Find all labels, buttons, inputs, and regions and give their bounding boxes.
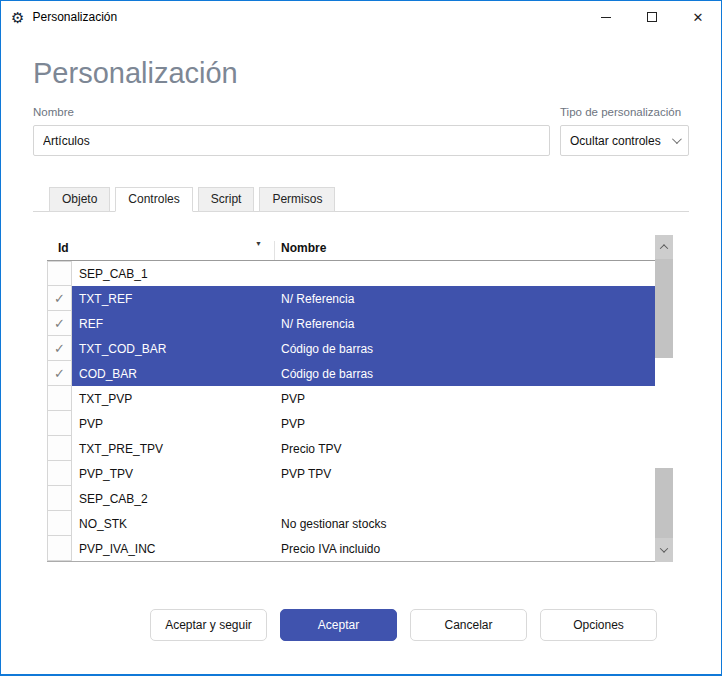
table-row[interactable]: ✓TXT_REFN/ Referencia (47, 286, 655, 311)
sort-desc-icon: ▼ (255, 240, 262, 247)
table-row[interactable]: TXT_PVPPVP (47, 386, 655, 411)
table-row[interactable]: NO_STKNo gestionar stocks (47, 511, 655, 536)
type-select-value: Ocultar controles (570, 134, 661, 148)
controls-grid: Id ▼ Nombre SEP_CAB_1✓TXT_REFN/ Referenc… (47, 235, 655, 562)
cell-id[interactable]: TXT_REF (72, 286, 274, 311)
maximize-button[interactable] (629, 1, 675, 33)
close-icon: ✕ (693, 11, 704, 24)
page-title: Personalización (33, 57, 689, 90)
row-check-cell[interactable] (47, 411, 72, 436)
cell-nombre[interactable]: PVP (274, 411, 655, 436)
chevron-up-icon (660, 244, 668, 252)
accept-continue-button[interactable]: Aceptar y seguir (150, 609, 267, 641)
check-icon: ✓ (54, 292, 65, 305)
row-check-cell[interactable] (47, 261, 72, 286)
cell-nombre[interactable]: Código de barras (274, 361, 655, 386)
table-row[interactable]: SEP_CAB_2 (47, 486, 655, 511)
table-row[interactable]: TXT_PRE_TPVPrecio TPV (47, 436, 655, 461)
column-header-id[interactable]: Id ▼ (47, 235, 274, 260)
options-button[interactable]: Opciones (540, 609, 657, 641)
table-row[interactable]: PVP_IVA_INCPrecio IVA incluido (47, 536, 655, 561)
close-button[interactable]: ✕ (675, 1, 721, 33)
cell-nombre[interactable]: Precio IVA incluido (274, 536, 655, 561)
name-field-group: Nombre (33, 106, 550, 156)
row-check-cell[interactable] (47, 461, 72, 486)
row-check-cell[interactable] (47, 536, 72, 561)
vertical-scrollbar[interactable] (655, 235, 673, 562)
cell-nombre[interactable]: PVP (274, 386, 655, 411)
row-check-cell[interactable] (47, 486, 72, 511)
type-label: Tipo de personalización (560, 106, 689, 118)
cell-nombre[interactable]: N/ Referencia (274, 311, 655, 336)
check-icon: ✓ (54, 342, 65, 355)
type-field-group: Tipo de personalización Ocultar controle… (560, 106, 689, 156)
check-icon: ✓ (54, 317, 65, 330)
cell-nombre[interactable]: Código de barras (274, 336, 655, 361)
cell-id[interactable]: TXT_PRE_TPV (72, 436, 274, 461)
gear-icon: ⚙ (11, 10, 24, 25)
scroll-down-button[interactable] (655, 538, 673, 562)
cell-id[interactable]: COD_BAR (72, 361, 274, 386)
table-row[interactable]: SEP_CAB_1 (47, 261, 655, 286)
table-row[interactable]: ✓TXT_COD_BARCódigo de barras (47, 336, 655, 361)
row-check-cell[interactable]: ✓ (47, 286, 72, 311)
column-header-id-label: Id (58, 241, 69, 255)
dialog-content: Personalización Nombre Tipo de personali… (1, 57, 721, 641)
scroll-thumb[interactable] (655, 358, 673, 468)
row-check-cell[interactable]: ✓ (47, 311, 72, 336)
cell-id[interactable]: PVP_TPV (72, 461, 274, 486)
tab-objeto[interactable]: Objeto (49, 187, 110, 212)
cell-id[interactable]: SEP_CAB_2 (72, 486, 274, 511)
name-input[interactable] (33, 125, 550, 156)
row-check-cell[interactable] (47, 436, 72, 461)
column-header-nombre-label: Nombre (281, 241, 326, 255)
table-row[interactable]: PVP_TPVPVP TPV (47, 461, 655, 486)
check-icon: ✓ (54, 367, 65, 380)
cell-nombre[interactable] (274, 486, 655, 511)
tab-controles[interactable]: Controles (115, 187, 192, 212)
row-check-cell[interactable] (47, 511, 72, 536)
cell-id[interactable]: TXT_PVP (72, 386, 274, 411)
scroll-track[interactable] (655, 259, 673, 538)
chevron-down-icon (660, 544, 668, 552)
cell-id[interactable]: NO_STK (72, 511, 274, 536)
table-bottom-border (47, 561, 655, 562)
row-check-cell[interactable] (47, 386, 72, 411)
minimize-icon (601, 17, 611, 18)
cancel-button[interactable]: Cancelar (410, 609, 527, 641)
window-title: Personalización (32, 10, 117, 24)
table-body: SEP_CAB_1✓TXT_REFN/ Referencia✓REFN/ Ref… (47, 261, 655, 561)
cell-nombre[interactable] (274, 261, 655, 286)
personalization-dialog: ⚙ Personalización ✕ Personalización Nomb… (0, 0, 722, 676)
row-check-cell[interactable]: ✓ (47, 361, 72, 386)
titlebar: ⚙ Personalización ✕ (1, 1, 721, 33)
dialog-buttons: Aceptar y seguir Aceptar Cancelar Opcion… (33, 609, 657, 641)
cell-nombre[interactable]: No gestionar stocks (274, 511, 655, 536)
tab-permisos[interactable]: Permisos (259, 187, 335, 212)
cell-nombre[interactable]: N/ Referencia (274, 286, 655, 311)
row-check-cell[interactable]: ✓ (47, 336, 72, 361)
column-header-nombre[interactable]: Nombre (274, 241, 326, 255)
table-header: Id ▼ Nombre (47, 235, 655, 261)
tab-bar: ObjetoControlesScriptPermisos (33, 187, 689, 212)
cell-nombre[interactable]: PVP TPV (274, 461, 655, 486)
minimize-button[interactable] (583, 1, 629, 33)
cell-id[interactable]: SEP_CAB_1 (72, 261, 274, 286)
tab-script[interactable]: Script (198, 187, 255, 212)
accept-button[interactable]: Aceptar (280, 609, 397, 641)
cell-nombre[interactable]: Precio TPV (274, 436, 655, 461)
form-row: Nombre Tipo de personalización Ocultar c… (33, 106, 689, 156)
scroll-up-button[interactable] (655, 235, 673, 259)
type-select[interactable]: Ocultar controles (560, 125, 689, 156)
cell-id[interactable]: PVP (72, 411, 274, 436)
cell-id[interactable]: REF (72, 311, 274, 336)
name-label: Nombre (33, 106, 550, 118)
cell-id[interactable]: TXT_COD_BAR (72, 336, 274, 361)
cell-id[interactable]: PVP_IVA_INC (72, 536, 274, 561)
table-row[interactable]: PVPPVP (47, 411, 655, 436)
column-separator (274, 241, 275, 260)
table-row[interactable]: ✓REFN/ Referencia (47, 311, 655, 336)
chevron-down-icon (672, 134, 682, 144)
maximize-icon (647, 12, 657, 22)
table-row[interactable]: ✓COD_BARCódigo de barras (47, 361, 655, 386)
